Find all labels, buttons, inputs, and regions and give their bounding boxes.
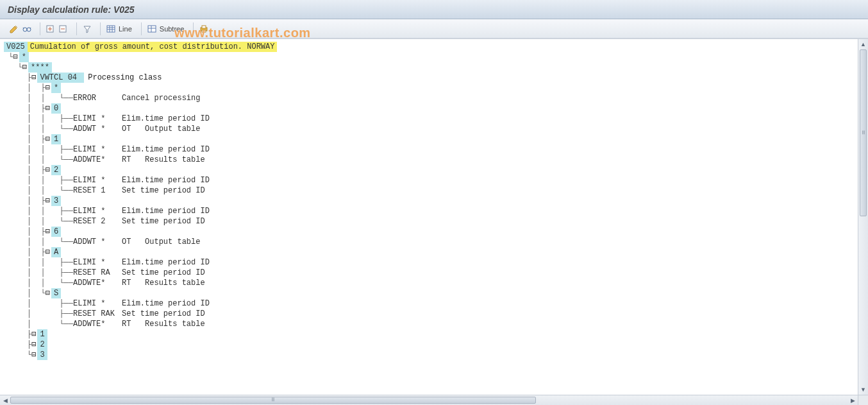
- tree-row[interactable]: │ ├──ELIMI * Elim.time period ID: [4, 298, 856, 309]
- line-view-button[interactable]: [104, 22, 117, 35]
- operation-code: ELIMI *: [73, 257, 119, 268]
- horizontal-scroll-thumb[interactable]: ⠿: [10, 397, 536, 404]
- tree-row[interactable]: │ │ └──ERROR Cancel processing: [4, 93, 856, 103]
- collapse-toggle-icon[interactable]: ⊟: [46, 103, 51, 114]
- horizontal-scrollbar[interactable]: ◀ ⠿ ▶: [0, 395, 858, 405]
- toolbar: Line Subtree: [0, 19, 868, 39]
- rule-description: Cumulation of gross amount, cost distrib…: [28, 42, 278, 52]
- operation-desc: OT Output table: [119, 124, 200, 134]
- collapse-toggle-icon[interactable]: ⊟: [31, 73, 37, 83]
- collapse-button[interactable]: [57, 22, 70, 35]
- operation-code: ADDWT *: [73, 237, 119, 247]
- scroll-right-button[interactable]: ▶: [847, 395, 858, 406]
- tree-row[interactable]: │ ├⊟*: [4, 83, 856, 93]
- scroll-down-button[interactable]: ▼: [858, 384, 869, 395]
- operation-code: ADDWTE*: [73, 278, 119, 288]
- operation-desc: Elim.time period ID: [119, 206, 210, 216]
- collapse-toggle-icon[interactable]: ⊟: [46, 165, 51, 175]
- operation-desc: Elim.time period ID: [119, 298, 210, 309]
- tree-row[interactable]: │ └──ADDWTE* RT Results table: [4, 319, 856, 329]
- operation-code: ERROR: [73, 93, 119, 103]
- display-toggle-button[interactable]: [21, 22, 33, 35]
- tree-row[interactable]: │ │ └──RESET 1 Set time period ID: [4, 185, 856, 196]
- tree-row[interactable]: │ ├⊟A: [4, 247, 856, 257]
- collapse-toggle-icon[interactable]: ⊟: [22, 62, 28, 73]
- tree-row[interactable]: V025 Cumulation of gross amount, cost di…: [4, 42, 856, 52]
- tree-row[interactable]: │ │ ├──ELIMI * Elim.time period ID: [4, 257, 856, 268]
- tree-row[interactable]: │ ├⊟3: [4, 196, 856, 206]
- tree-row[interactable]: ├⊟VWTCL 04 Processing class: [4, 73, 856, 83]
- scrollbar-corner: [858, 395, 868, 405]
- operation-code: RESET 2: [73, 216, 119, 227]
- operation-code: ADDWTE*: [73, 319, 119, 329]
- filter-button[interactable]: [81, 22, 94, 35]
- collapse-toggle-icon[interactable]: ⊟: [46, 134, 51, 144]
- edit-button[interactable]: [8, 22, 21, 35]
- filter-icon: [82, 24, 92, 34]
- vertical-scrollbar[interactable]: ▲ ⠿ ▼: [858, 39, 868, 395]
- tree-row[interactable]: │ │ └──ADDWTE* RT Results table: [4, 278, 856, 288]
- expand-button[interactable]: [44, 22, 57, 35]
- collapse-toggle-icon[interactable]: ⊟: [31, 329, 37, 340]
- tree-row[interactable]: │ ├⊟0: [4, 103, 856, 114]
- tree-node-star: *: [19, 52, 29, 62]
- line-label: Line: [117, 25, 135, 33]
- print-icon: [199, 24, 209, 34]
- branch-key: 1: [51, 134, 61, 144]
- operation-desc: Cancel processing: [119, 93, 200, 103]
- operation-desc: Set time period ID: [119, 185, 205, 196]
- branch-key: S: [51, 288, 61, 298]
- tree-row[interactable]: │ │ └──ADDWTE* RT Results table: [4, 155, 856, 165]
- tree-row[interactable]: │ │ ├──RESET RA Set time period ID: [4, 268, 856, 278]
- operation-desc: Elim.time period ID: [119, 114, 210, 124]
- collapse-toggle-icon[interactable]: ⊟: [13, 52, 19, 62]
- tree-row[interactable]: │ │ ├──ELIMI * Elim.time period ID: [4, 144, 856, 155]
- tree-row[interactable]: │ │ └──ADDWT * OT Output table: [4, 237, 856, 247]
- operation-desc: Elim.time period ID: [119, 257, 210, 268]
- trailer-node: 2: [37, 340, 47, 350]
- tree-row[interactable]: │ ├⊟1: [4, 134, 856, 144]
- operation-code: ELIMI *: [73, 175, 119, 185]
- glasses-icon: [22, 24, 32, 34]
- tree-view[interactable]: V025 Cumulation of gross amount, cost di…: [4, 42, 856, 393]
- content-area: V025 Cumulation of gross amount, cost di…: [0, 39, 868, 405]
- tree-row[interactable]: └⊟****: [4, 62, 856, 73]
- tree-row[interactable]: └⊟*: [4, 52, 856, 62]
- tree-row[interactable]: │ │ ├──ELIMI * Elim.time period ID: [4, 114, 856, 124]
- vertical-scroll-thumb[interactable]: ⠿: [860, 49, 867, 216]
- print-button[interactable]: [197, 22, 210, 35]
- tree-row[interactable]: │ │ └──ADDWT * OT Output table: [4, 124, 856, 134]
- operation-desc: OT Output table: [119, 237, 200, 247]
- tree-row[interactable]: ├⊟2: [4, 340, 856, 350]
- operation-desc: Set time period ID: [119, 268, 205, 278]
- collapse-toggle-icon[interactable]: ⊟: [46, 196, 51, 206]
- collapse-toggle-icon[interactable]: ⊟: [46, 247, 51, 257]
- tree-row[interactable]: ├⊟1: [4, 329, 856, 340]
- collapse-toggle-icon[interactable]: ⊟: [31, 350, 37, 360]
- collapse-toggle-icon[interactable]: ⊟: [46, 227, 51, 237]
- tree-row[interactable]: │ ├──RESET RAKSet time period ID: [4, 309, 856, 319]
- rule-code: V025: [4, 42, 28, 52]
- scroll-left-button[interactable]: ◀: [0, 395, 10, 406]
- tree-row[interactable]: └⊟3: [4, 350, 856, 360]
- title-bar: Display calculation rule: V025: [0, 0, 868, 19]
- branch-key: 2: [51, 165, 61, 175]
- tree-row[interactable]: │ │ └──RESET 2 Set time period ID: [4, 216, 856, 227]
- svg-rect-7: [202, 26, 206, 28]
- tree-row[interactable]: │ │ ├──ELIMI * Elim.time period ID: [4, 175, 856, 185]
- collapse-toggle-icon[interactable]: ⊟: [46, 83, 51, 93]
- tree-row[interactable]: │ │ ├──ELIMI * Elim.time period ID: [4, 206, 856, 216]
- operation-desc: RT Results table: [119, 155, 205, 165]
- collapse-toggle-icon[interactable]: ⊟: [46, 288, 51, 298]
- subtree-view-button[interactable]: [146, 22, 158, 35]
- collapse-toggle-icon[interactable]: ⊟: [31, 340, 37, 350]
- branch-key: 6: [51, 227, 61, 237]
- operation-desc: RT Results table: [119, 278, 205, 288]
- scroll-up-button[interactable]: ▲: [858, 39, 869, 49]
- tree-row[interactable]: │ ├⊟2: [4, 165, 856, 175]
- tree-row[interactable]: │ ├⊟6: [4, 227, 856, 237]
- tree-row[interactable]: │ └⊟S: [4, 288, 856, 298]
- tree-node-stars: ****: [28, 62, 52, 73]
- vwtcl-code: VWTCL 04: [37, 73, 84, 83]
- operation-code: RESET RA: [73, 268, 119, 278]
